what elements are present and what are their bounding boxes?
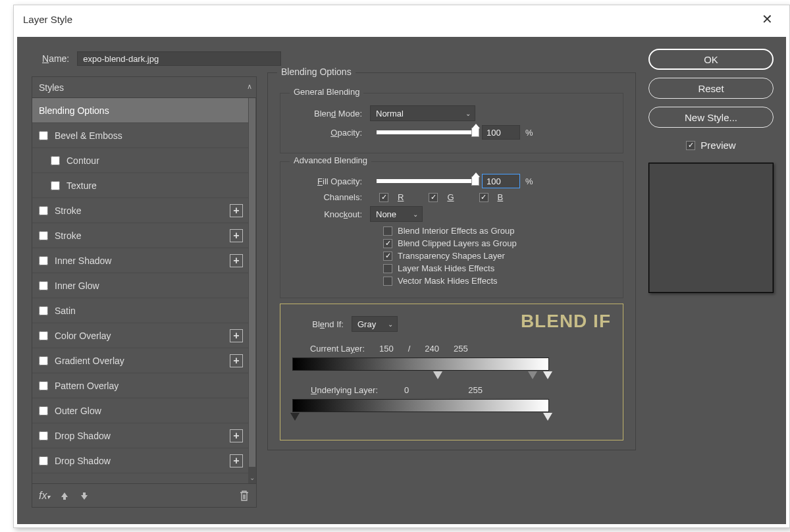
style-checkbox[interactable] [39,431,48,440]
style-item[interactable]: Satin [32,298,248,323]
style-label: Color Overlay [55,331,111,341]
styles-footer: fx▾ [32,483,256,507]
channel-b-checkbox[interactable] [479,193,488,202]
chevron-down-icon[interactable]: ⌄ [248,474,256,483]
add-effect-icon[interactable]: + [230,254,243,267]
styles-header-label: Styles [39,82,64,93]
style-item[interactable]: Texture [32,173,248,198]
style-item[interactable]: Outer Glow [32,398,248,423]
scrollbar[interactable]: ⌄ [248,98,256,483]
style-item[interactable]: Inner Shadow+ [32,248,248,273]
style-label: Drop Shadow [55,456,111,466]
ok-button[interactable]: OK [648,49,774,70]
percent-label: % [525,176,533,186]
current-v2: 240 [425,344,439,354]
blend-interior-checkbox[interactable] [383,226,392,236]
style-checkbox[interactable] [39,406,48,415]
preview-row: Preview [686,140,735,151]
transparency-shapes-row: Transparency Shapes Layer [383,251,612,261]
slider-handle-highlight[interactable] [543,371,552,379]
style-label: Pattern Overlay [55,381,118,391]
fx-icon[interactable]: fx▾ [39,490,50,502]
advanced-blending-group: Advanced Blending Fill Opacity: % Channe… [280,161,623,298]
fill-opacity-input[interactable] [482,174,520,188]
fill-opacity-label: Fill Opacity: [291,176,370,186]
channel-r-checkbox[interactable] [379,193,388,202]
arrow-up-icon[interactable] [59,491,70,501]
channel-g-checkbox[interactable] [429,193,438,202]
style-item[interactable]: Drop Shadow+ [32,448,248,473]
style-checkbox[interactable] [51,181,60,190]
style-checkbox[interactable] [39,206,48,215]
style-item[interactable]: Drop Shadow+ [32,423,248,448]
style-item[interactable]: Inner Glow [32,273,248,298]
style-item[interactable]: Stroke+ [32,198,248,223]
underlying-layer-gradient[interactable] [292,399,549,412]
style-item[interactable]: Bevel & Emboss [32,123,248,148]
style-label: Bevel & Emboss [55,130,122,141]
knockout-label: Knockout: [291,209,370,219]
style-item[interactable]: Blending Options [32,98,248,123]
style-checkbox[interactable] [39,306,48,315]
layer-mask-hides-row: Layer Mask Hides Effects [383,263,612,273]
reset-button[interactable]: Reset [648,78,774,99]
slider-handle-black[interactable] [290,413,300,421]
style-label: Inner Shadow [55,255,111,266]
chevron-down-icon: ⌄ [465,110,471,117]
style-item[interactable]: Stroke+ [32,223,248,248]
knockout-select[interactable]: None ⌄ [370,206,423,222]
style-item[interactable]: Pattern Overlay [32,373,248,398]
opacity-slider[interactable] [377,130,475,134]
blend-if-select[interactable]: Gray ⌄ [352,316,398,332]
arrow-down-icon[interactable] [79,491,90,501]
slider-handle-shadow-low[interactable] [433,371,442,379]
scrollbar-thumb[interactable] [249,98,255,467]
close-icon[interactable]: ✕ [754,11,780,27]
add-effect-icon[interactable]: + [230,204,243,217]
styles-list: Blending OptionsBevel & EmbossContourTex… [32,98,248,483]
current-layer-gradient[interactable] [292,358,549,371]
add-effect-icon[interactable]: + [230,354,243,367]
new-style-button[interactable]: New Style... [648,107,774,128]
current-layer-row: Current Layer: 150 / 240 255 [292,344,611,354]
style-checkbox[interactable] [39,456,48,466]
slider-handle-shadow-high[interactable] [528,371,537,379]
trash-icon[interactable] [239,490,250,502]
style-checkbox[interactable] [39,381,48,390]
style-checkbox[interactable] [51,156,60,165]
current-sep: / [408,344,411,354]
knockout-value: None [376,209,396,219]
slider-handle-white[interactable] [543,413,552,421]
style-item[interactable]: Contour [32,148,248,173]
general-blending-group: General Blending Blend Mode: Normal ⌄ Op… [280,93,623,153]
style-checkbox[interactable] [39,131,48,140]
advanced-blending-legend: Advanced Blending [290,155,371,165]
blend-clipped-checkbox[interactable] [383,239,392,248]
name-row: Name: [42,51,281,66]
style-checkbox[interactable] [39,281,48,290]
fill-opacity-slider[interactable] [377,179,475,183]
style-checkbox[interactable] [39,256,48,265]
add-effect-icon[interactable]: + [230,329,243,342]
styles-panel: Styles ∧ Blending OptionsBevel & EmbossC… [32,76,257,508]
preview-checkbox[interactable] [686,141,695,150]
style-checkbox[interactable] [39,331,48,340]
add-effect-icon[interactable]: + [230,454,243,467]
style-checkbox[interactable] [39,356,48,365]
styles-header[interactable]: Styles ∧ [32,77,256,98]
transparency-shapes-checkbox[interactable] [383,252,392,261]
style-item[interactable]: Color Overlay+ [32,323,248,348]
style-checkbox[interactable] [39,231,48,240]
layer-mask-hides-checkbox[interactable] [383,264,392,273]
slider-knob[interactable] [471,128,479,137]
opacity-input[interactable] [482,125,520,140]
style-item[interactable]: Gradient Overlay+ [32,348,248,373]
blend-mode-select[interactable]: Normal ⌄ [370,105,475,121]
underlying-layer-label: Underlying Layer: [292,385,378,395]
vector-mask-hides-checkbox[interactable] [383,277,392,286]
style-label: Contour [66,155,99,166]
add-effect-icon[interactable]: + [230,229,243,242]
layer-name-input[interactable] [77,51,281,66]
slider-knob[interactable] [471,176,479,186]
add-effect-icon[interactable]: + [230,429,243,442]
